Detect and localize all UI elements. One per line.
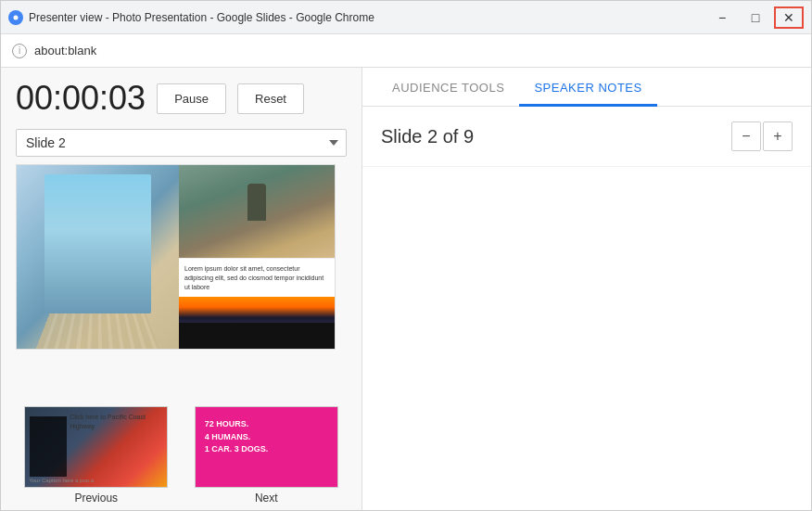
- timer-display: 00:00:03: [16, 79, 146, 118]
- right-panel: AUDIENCE TOOLS SPEAKER NOTES Slide 2 of …: [362, 68, 811, 511]
- next-thumbnail-item: 72 HOURS. 4 HUMANS. 1 CAR. 3 DOGS. Next: [186, 406, 348, 505]
- previous-thumbnail-image: Click here to Pacific Coast Highway Your…: [24, 406, 168, 488]
- tab-audience-tools[interactable]: AUDIENCE TOOLS: [377, 68, 519, 107]
- main-content: 00:00:03 Pause Reset Slide 2 Lorem ipsum…: [1, 68, 811, 511]
- prev-caption: Click here to Pacific Coast Highway: [70, 413, 163, 431]
- decrease-font-button[interactable]: −: [731, 121, 761, 151]
- slide-selector[interactable]: Slide 2: [16, 129, 347, 157]
- address-bar: i about:blank: [1, 34, 811, 68]
- next-label: Next: [255, 492, 278, 505]
- font-size-controls: − +: [731, 121, 793, 151]
- slide-right-column: Lorem ipsum dolor sit amet, consectetur …: [179, 165, 335, 349]
- slide-beach-image: [17, 165, 179, 350]
- slide-selector-row: Slide 2: [1, 129, 362, 164]
- slide-text-box: Lorem ipsum dolor sit amet, consectetur …: [179, 258, 335, 297]
- slide-info-row: Slide 2 of 9 − +: [362, 107, 811, 167]
- url-display: about:blank: [34, 44, 96, 57]
- title-bar: Presenter view - Photo Presentation - Go…: [1, 1, 811, 34]
- speaker-notes-area: [362, 167, 811, 511]
- slide-info-text: Slide 2 of 9: [381, 126, 474, 147]
- slide-preview-area: Lorem ipsum dolor sit amet, consectetur …: [1, 164, 362, 399]
- minimize-button[interactable]: −: [707, 6, 737, 29]
- pause-button[interactable]: Pause: [157, 83, 226, 114]
- slide-road-image: [179, 297, 335, 349]
- window-controls: − □ ✕: [707, 6, 804, 29]
- thumbnails-row: Click here to Pacific Coast Highway Your…: [1, 399, 362, 511]
- previous-thumbnail-item: Click here to Pacific Coast Highway Your…: [16, 406, 177, 505]
- tabs-row: AUDIENCE TOOLS SPEAKER NOTES: [362, 68, 811, 107]
- previous-label: Previous: [74, 492, 118, 505]
- window-title: Presenter view - Photo Presentation - Go…: [29, 11, 707, 24]
- reset-button[interactable]: Reset: [237, 83, 304, 114]
- info-icon: i: [12, 44, 27, 58]
- tab-speaker-notes[interactable]: SPEAKER NOTES: [519, 68, 656, 107]
- prev-subcaption: Your Caption here a poo.a: [29, 478, 163, 483]
- close-button[interactable]: ✕: [774, 6, 804, 29]
- left-panel: 00:00:03 Pause Reset Slide 2 Lorem ipsum…: [1, 68, 362, 511]
- svg-point-1: [14, 15, 19, 19]
- next-slide-text: 72 HOURS. 4 HUMANS. 1 CAR. 3 DOGS.: [205, 418, 269, 456]
- increase-font-button[interactable]: +: [763, 121, 793, 151]
- next-thumbnail-image: 72 HOURS. 4 HUMANS. 1 CAR. 3 DOGS.: [195, 406, 338, 488]
- slide-hiker-image: [179, 165, 335, 258]
- current-slide-preview: Lorem ipsum dolor sit amet, consectetur …: [16, 164, 336, 350]
- timer-row: 00:00:03 Pause Reset: [1, 79, 362, 129]
- maximize-button[interactable]: □: [741, 6, 770, 29]
- chrome-icon: [8, 10, 23, 25]
